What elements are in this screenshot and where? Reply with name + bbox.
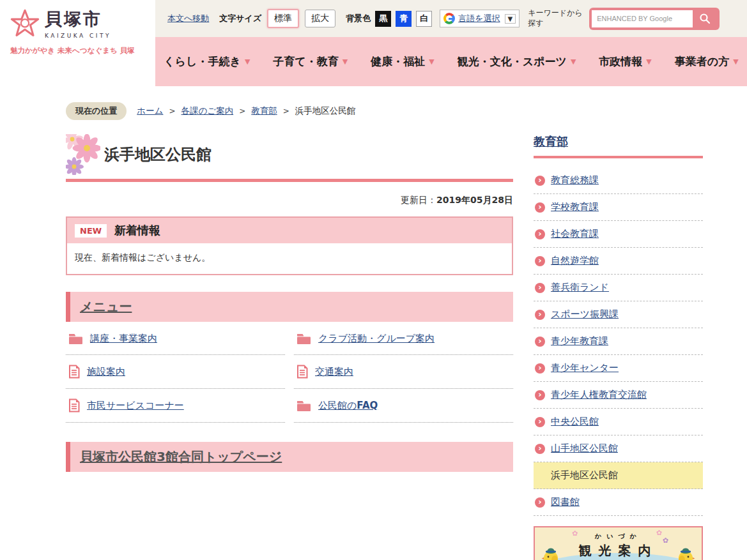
city-tagline: 魅力かがやき 未来へつなぐまち 貝塚	[10, 46, 155, 56]
language-select-link[interactable]: 言語を選択	[458, 13, 500, 24]
sidebar-list: ›教育総務課 ›学校教育課 ›社会教育課 ›自然遊学館 ›善兵衛ランド ›スポー…	[534, 167, 703, 516]
magnifier-icon	[699, 13, 711, 24]
breadcrumb-separator: >	[239, 107, 245, 116]
search-box	[589, 8, 720, 30]
circle-arrow-icon: ›	[535, 256, 545, 266]
nav-arrow-icon: ▼	[733, 57, 738, 66]
sidebar-item-shakai-kyoiku[interactable]: ›社会教育課	[534, 221, 703, 248]
chick-mascot-icon	[676, 547, 695, 560]
folder-icon	[296, 333, 311, 345]
font-size-large-button[interactable]: 拡大	[305, 10, 335, 27]
breadcrumb-current-page: 浜手地区公民館	[295, 105, 356, 117]
menu-item-courses[interactable]: 講座・事業案内	[66, 323, 285, 355]
menu-item-clubs[interactable]: クラブ活動・グループ案内	[294, 323, 513, 355]
sidebar: 教育部 ›教育総務課 ›学校教育課 ›社会教育課 ›自然遊学館 ›善兵衛ランド …	[534, 134, 703, 560]
font-size-label: 文字サイズ	[219, 13, 261, 24]
font-size-standard-button[interactable]: 標準	[267, 9, 299, 28]
sidebar-item-sports-shinko[interactable]: ›スポーツ振興課	[534, 301, 703, 328]
sidebar-item-jinken-koryukan[interactable]: ›青少年人権教育交流館	[534, 382, 703, 409]
news-box: NEW 新着情報 現在、新着情報はございません。	[66, 216, 513, 275]
sidebar-item-seishonen-kyoiku[interactable]: ›青少年教育課	[534, 328, 703, 355]
menu-section-link[interactable]: メニュー	[80, 299, 132, 314]
sidebar-item-zenbei-land[interactable]: ›善兵衛ランド	[534, 275, 703, 301]
joint-top-page-link[interactable]: 貝塚市公民館3館合同トップページ	[80, 449, 282, 464]
circle-arrow-icon: ›	[535, 363, 545, 374]
nav-item-childcare[interactable]: 子育て・教育▼	[273, 54, 348, 69]
nav-item-living[interactable]: くらし・手続き▼	[164, 54, 250, 69]
tourism-banner[interactable]: ✿ ✿ ✿ かいづか 観光案内	[534, 526, 703, 560]
nav-arrow-icon: ▼	[429, 57, 434, 66]
sidebar-item-gakko-kyoiku[interactable]: ›学校教育課	[534, 194, 703, 221]
language-select-widget[interactable]: 言語を選択 ▼	[440, 10, 520, 27]
circle-arrow-icon: ›	[535, 176, 545, 186]
menu-grid: 講座・事業案内 クラブ活動・グループ案内 施設案内 交通案内 市民サービスコーナ…	[66, 323, 513, 423]
document-icon	[68, 398, 80, 412]
circle-arrow-icon: ›	[535, 390, 545, 400]
sidebar-item-toshokan[interactable]: ›図書館	[534, 489, 703, 516]
city-star-logo-icon	[10, 9, 40, 38]
nav-arrow-icon: ▼	[571, 57, 576, 66]
nav-arrow-icon: ▼	[343, 57, 348, 66]
new-badge: NEW	[75, 224, 107, 238]
breadcrumb: 現在の位置 ホーム > 各課のご案内 > 教育部 > 浜手地区公民館	[66, 102, 747, 120]
chick-mascot-icon	[541, 547, 560, 560]
sidebar-item-yamate-kominkan[interactable]: ›山手地区公民館	[534, 435, 703, 462]
menu-item-citizen-service[interactable]: 市民サービスコーナー	[66, 389, 285, 423]
nav-arrow-icon: ▼	[646, 57, 651, 66]
circle-arrow-icon: ›	[535, 337, 545, 347]
background-color-label: 背景色	[346, 13, 371, 24]
menu-item-access[interactable]: 交通案内	[294, 355, 513, 389]
menu-item-facility[interactable]: 施設案内	[66, 355, 285, 389]
updated-date: 更新日：2019年05月28日	[66, 195, 513, 206]
nav-item-city-info[interactable]: 市政情報▼	[599, 54, 651, 69]
news-header: NEW 新着情報	[67, 218, 512, 243]
circle-arrow-icon: ›	[535, 229, 545, 239]
breadcrumb-education-link[interactable]: 教育部	[251, 105, 277, 117]
nav-item-health[interactable]: 健康・福祉▼	[371, 54, 434, 69]
breadcrumb-separator: >	[169, 107, 175, 116]
sidebar-divider	[534, 156, 703, 158]
sidebar-item-chuo-kominkan[interactable]: ›中央公民館	[534, 409, 703, 435]
document-icon	[68, 365, 80, 379]
folder-icon	[68, 333, 83, 345]
bg-black-button[interactable]: 黒	[375, 11, 391, 27]
keyword-search-label: キーワードから探す	[528, 8, 584, 28]
news-body: 現在、新着情報はございません。	[67, 243, 512, 274]
city-name-en: KAIZUKA CITY	[45, 33, 111, 39]
bg-blue-button[interactable]: 青	[396, 11, 412, 27]
menu-section-header: メニュー	[66, 292, 513, 322]
circle-arrow-icon: ›	[535, 444, 545, 454]
main-content: 浜手地区公民館 更新日：2019年05月28日 NEW 新着情報 現在、新着情報…	[66, 134, 513, 472]
document-icon	[296, 365, 308, 379]
breadcrumb-home-link[interactable]: ホーム	[137, 105, 163, 117]
sidebar-title-link[interactable]: 教育部	[534, 135, 568, 148]
sidebar-item-seishonen-center[interactable]: ›青少年センター	[534, 355, 703, 382]
search-input[interactable]	[592, 10, 693, 27]
nav-item-tourism[interactable]: 観光・文化・スポーツ▼	[458, 54, 576, 69]
circle-arrow-icon: ›	[535, 417, 545, 427]
sidebar-item-shizen-yugakukan[interactable]: ›自然遊学館	[534, 248, 703, 275]
sidebar-item-kyoiku-somu[interactable]: ›教育総務課	[534, 167, 703, 194]
search-button[interactable]	[693, 10, 717, 27]
breadcrumb-label: 現在の位置	[66, 102, 127, 120]
nav-item-business[interactable]: 事業者の方▼	[675, 54, 739, 69]
circle-arrow-icon: ›	[535, 283, 545, 293]
chevron-down-icon[interactable]: ▼	[505, 14, 516, 24]
banner-subtitle: かいづか	[535, 532, 702, 541]
news-title: 新着情報	[114, 223, 160, 238]
breadcrumb-departments-link[interactable]: 各課のご案内	[181, 105, 234, 117]
folder-icon	[296, 400, 311, 412]
skip-to-content-link[interactable]: 本文へ移動	[167, 13, 209, 24]
menu-item-faq[interactable]: 公民館のFAQ	[294, 389, 513, 423]
circle-arrow-icon: ›	[535, 310, 545, 320]
breadcrumb-separator: >	[283, 107, 289, 116]
site-logo[interactable]: 貝塚市 KAIZUKA CITY 魅力かがやき 未来へつなぐまち 貝塚	[0, 0, 155, 86]
flower-icon	[66, 134, 100, 175]
page-title: 浜手地区公民館	[104, 144, 212, 165]
circle-arrow-icon: ›	[535, 497, 545, 508]
joint-top-page-section: 貝塚市公民館3館合同トップページ	[66, 442, 513, 472]
city-name: 貝塚市	[45, 8, 111, 31]
title-divider	[66, 179, 513, 182]
bg-white-button[interactable]: 白	[416, 11, 432, 27]
sidebar-item-hamate-kominkan-current: 浜手地区公民館	[534, 462, 703, 489]
